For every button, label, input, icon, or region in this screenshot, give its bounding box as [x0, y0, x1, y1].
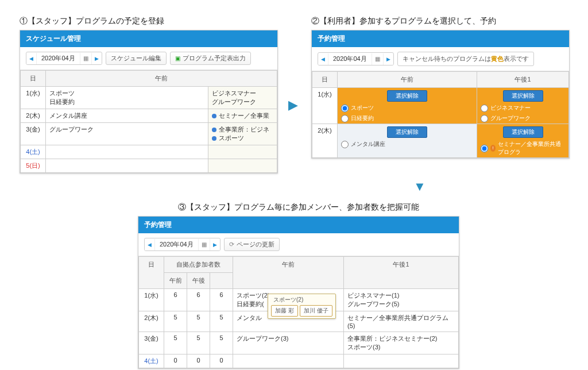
flow-arrow-icon: ▼ [413, 179, 426, 194]
col-am: 午前 [233, 257, 344, 289]
program-option[interactable]: メンタル講座 [338, 139, 477, 149]
export-schedule-button[interactable]: ▣ プログラム予定表出力 [170, 52, 251, 65]
panel-title: スケジュール管理 [20, 30, 277, 47]
deselect-button[interactable]: 選択解除 [503, 90, 543, 102]
date-picker[interactable]: ◀ 2020年04月 ▦ ▶ [144, 238, 220, 251]
program-option[interactable]: ビジネスマナー [477, 103, 568, 113]
table-row: 5(日) [21, 159, 277, 173]
table-row: 3(金)グループワーク全事業所：ビジネスポーツ [21, 123, 277, 145]
caption-3: ③【スタッフ】プログラム毎に参加メンバー、参加者数を把握可能 [138, 202, 459, 213]
am-cell[interactable]: 選択解除 メンタル講座 [338, 124, 477, 158]
date-label: 2020年04月 [328, 53, 372, 65]
date-label: 2020年04月 [155, 238, 198, 250]
calendar-icon[interactable]: ▦ [372, 53, 383, 65]
am-cell[interactable]: 選択解除 スポーツ 日経要約 [338, 88, 477, 124]
table-row: 1(水)666スポーツ(2)日経要約(スポーツ(2)加藤 彩加川 優子ビジネスマ… [139, 289, 459, 311]
flow-arrow-icon: ▶ [288, 98, 298, 113]
export-label: プログラム予定表出力 [183, 54, 246, 63]
panel-title: 予約管理 [312, 30, 569, 47]
col-day: 日 [21, 71, 46, 87]
calendar-icon[interactable]: ▦ [80, 53, 91, 64]
prev-month-icon[interactable]: ◀ [145, 239, 155, 250]
program-option[interactable]: 日経要約 [338, 113, 477, 124]
table-row: 1(水) 選択解除 スポーツ 日経要約 選択解除 ビジネスマナー グループワーク [312, 88, 569, 124]
table-row: 2(木)メンタル講座セミナー／全事業 [21, 109, 277, 123]
col-day: 日 [312, 72, 338, 88]
reservation-table: 日 午前 午後1 1(水) 選択解除 スポーツ 日経要約 選択解除 ビジネスマナ… [312, 71, 569, 158]
pm-cell[interactable]: 選択解除 ! セミナー／全事業所共通プログラ [477, 124, 569, 158]
program-option[interactable]: スポーツ [338, 103, 477, 113]
caption-1: ①【スタッフ】プログラムの予定を登録 [20, 16, 278, 26]
table-row: 3(金)555グループワーク(3)全事業所：ビジネスセミナー(2)スポーツ(3) [139, 332, 459, 354]
excel-icon: ▣ [175, 55, 180, 61]
next-month-icon[interactable]: ▶ [383, 53, 393, 65]
deselect-button[interactable]: 選択解除 [387, 126, 427, 138]
program-option[interactable]: ! セミナー／全事業所共通プログラ [477, 139, 568, 157]
table-row: 4(土) [21, 145, 277, 159]
calendar-icon[interactable]: ▦ [198, 239, 210, 250]
deselect-button[interactable]: 選択解除 [387, 90, 427, 102]
refresh-button[interactable]: ⟳ ページの更新 [224, 238, 280, 251]
col-am: 午前 [46, 71, 277, 87]
deselect-button[interactable]: 選択解除 [503, 126, 543, 138]
participant-table: 日 自拠点参加者数 午前 午後1 午前 午後 1(水)666スポーツ(2)日経要… [138, 256, 459, 368]
panel-reservation-user: 予約管理 ◀ 2020年04月 ▦ ▶ キャンセル待ちのプログラムは黄色表示です… [311, 30, 570, 159]
panel-title: 予約管理 [138, 217, 459, 233]
col-am-sub: 午前 [164, 273, 187, 289]
participant-chip[interactable]: 加藤 彩 [271, 305, 298, 317]
waitlist-icon: ! [490, 145, 496, 152]
program-option[interactable]: グループワーク [477, 113, 568, 124]
panel-reservation-staff: 予約管理 ◀ 2020年04月 ▦ ▶ ⟳ ページの更新 日 自拠点参加者数 午… [138, 216, 459, 369]
edit-schedule-button[interactable]: スケジュール編集 [106, 52, 167, 65]
col-am: 午前 [338, 72, 477, 88]
table-row: 4(土)000 [139, 354, 459, 368]
participant-chip[interactable]: 加川 優子 [300, 305, 332, 317]
col-pm: 午後1 [477, 72, 569, 88]
schedule-table: 日 午前 1(水)スポーツ 日経要約ビジネスマナーグループワーク2(木)メンタル… [20, 70, 277, 173]
prev-month-icon[interactable]: ◀ [26, 53, 37, 64]
col-pm-sub: 午後 [187, 273, 210, 289]
col-extra-sub [210, 273, 233, 289]
table-row: 1(水)スポーツ 日経要約ビジネスマナーグループワーク [21, 87, 277, 109]
col-day: 日 [139, 257, 164, 289]
table-row: 2(木) 選択解除 メンタル講座 選択解除 ! セミナー／全事業所共通プログラ [312, 124, 569, 158]
next-month-icon[interactable]: ▶ [210, 239, 220, 250]
waitlist-notice: キャンセル待ちのプログラムは黄色表示です [397, 52, 534, 66]
date-label: 2020年04月 [37, 52, 80, 64]
col-pm: 午後1 [344, 257, 459, 289]
next-month-icon[interactable]: ▶ [91, 53, 102, 64]
date-picker[interactable]: ◀ 2020年04月 ▦ ▶ [26, 52, 102, 65]
prev-month-icon[interactable]: ◀ [318, 53, 328, 65]
pm-cell[interactable]: 選択解除 ビジネスマナー グループワーク [477, 88, 569, 124]
col-count-group: 自拠点参加者数 [164, 257, 233, 273]
refresh-icon: ⟳ [229, 241, 234, 248]
caption-2: ②【利用者】参加するプログラムを選択して、予約 [311, 16, 570, 26]
date-picker[interactable]: ◀ 2020年04月 ▦ ▶ [318, 52, 394, 65]
participant-tooltip: スポーツ(2)加藤 彩加川 優子 [268, 294, 336, 319]
panel-schedule: スケジュール管理 ◀ 2020年04月 ▦ ▶ スケジュール編集 ▣ プログラム… [20, 30, 278, 174]
